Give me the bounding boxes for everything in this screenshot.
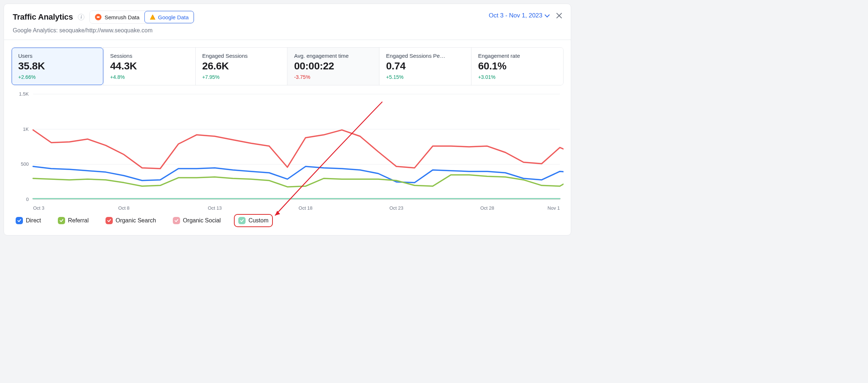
kpi-delta: +5.15% [386,74,465,80]
tab-semrush-label: Semrush Data [104,14,139,20]
kpi-delta: +4.8% [110,74,189,80]
svg-text:Oct 28: Oct 28 [480,205,494,211]
semrush-icon [95,14,101,20]
kpi-eng[interactable]: Engaged Sessions26.6K+7.95% [195,48,287,85]
chart-legend: DirectReferralOrganic SearchOrganic Soci… [11,214,564,229]
legend-label: Direct [26,217,41,224]
legend-swatch [58,217,65,224]
legend-swatch [173,217,180,224]
line-chart: 05001K1.5KOct 3Oct 8Oct 13Oct 18Oct 23Oc… [11,90,564,214]
svg-text:Oct 8: Oct 8 [118,205,130,211]
legend-referral[interactable]: Referral [54,215,92,226]
page-title: Traffic Analytics [13,12,73,22]
svg-text:Oct 3: Oct 3 [33,205,44,211]
chart-area: 05001K1.5KOct 3Oct 8Oct 13Oct 18Oct 23Oc… [4,85,571,235]
kpi-value: 00:00:22 [294,60,373,72]
tab-google-label: Google Data [158,14,188,20]
kpi-value: 44.3K [110,60,189,72]
svg-text:500: 500 [21,161,29,167]
kpi-label: Engaged Sessions [202,53,281,59]
kpi-label: Engaged Sessions Pe… [386,53,465,59]
tab-google-data[interactable]: Google Data [144,11,194,23]
svg-text:Nov 1: Nov 1 [548,205,560,211]
legend-orgsearch[interactable]: Organic Search [102,215,160,226]
datasource-subtitle: Google Analytics: seoquake/http://www.se… [13,27,562,34]
kpi-delta: +7.95% [202,74,281,80]
legend-label: Organic Search [116,217,156,224]
kpi-avgt[interactable]: Avg. engagement time00:00:22-3.75% [287,48,379,85]
series-line [33,130,564,169]
svg-text:0: 0 [26,197,29,202]
svg-text:Oct 13: Oct 13 [208,205,222,211]
svg-text:Oct 23: Oct 23 [389,205,403,211]
kpi-value: 35.8K [18,60,97,72]
kpi-erate[interactable]: Engagement rate60.1%+3.01% [471,48,563,85]
kpi-delta: +2.66% [18,74,97,80]
legend-direct[interactable]: Direct [12,215,45,226]
traffic-analytics-card: Traffic Analytics i Semrush Data Google … [4,4,571,235]
kpi-value: 60.1% [478,60,557,72]
kpi-value: 26.6K [202,60,281,72]
google-analytics-icon [150,15,155,20]
data-source-toggle: Semrush Data Google Data [89,11,194,24]
close-icon[interactable] [556,12,563,19]
legend-swatch [16,217,23,224]
kpi-users[interactable]: Users35.8K+2.66% [12,48,103,85]
kpi-row: Users35.8K+2.66%Sessions44.3K+4.8%Engage… [11,47,564,85]
kpi-sess[interactable]: Sessions44.3K+4.8% [103,48,195,85]
tab-semrush-data[interactable]: Semrush Data [90,11,144,23]
legend-label: Organic Social [183,217,221,224]
legend-label: Custom [248,217,268,224]
kpi-label: Avg. engagement time [294,53,373,59]
kpi-delta: -3.75% [294,74,373,80]
kpi-label: Engagement rate [478,53,557,59]
kpi-esps[interactable]: Engaged Sessions Pe…0.74+5.15% [379,48,471,85]
legend-swatch [105,217,113,224]
kpi-delta: +3.01% [478,74,557,80]
series-line [33,175,564,187]
legend-swatch [238,217,246,224]
legend-orgsocial[interactable]: Organic Social [169,215,224,226]
kpi-label: Sessions [110,53,189,59]
svg-text:1K: 1K [23,126,29,132]
svg-text:1.5K: 1.5K [19,91,29,97]
kpi-value: 0.74 [386,60,465,72]
date-range-label: Oct 3 - Nov 1, 2023 [489,12,542,19]
kpi-label: Users [18,53,97,59]
info-icon[interactable]: i [78,14,84,20]
legend-custom[interactable]: Custom [234,214,273,227]
legend-label: Referral [68,217,89,224]
date-range-picker[interactable]: Oct 3 - Nov 1, 2023 [489,12,549,19]
header: Traffic Analytics i Semrush Data Google … [4,4,571,40]
svg-text:Oct 18: Oct 18 [299,205,312,211]
chevron-down-icon [545,12,550,17]
series-line [33,166,564,183]
